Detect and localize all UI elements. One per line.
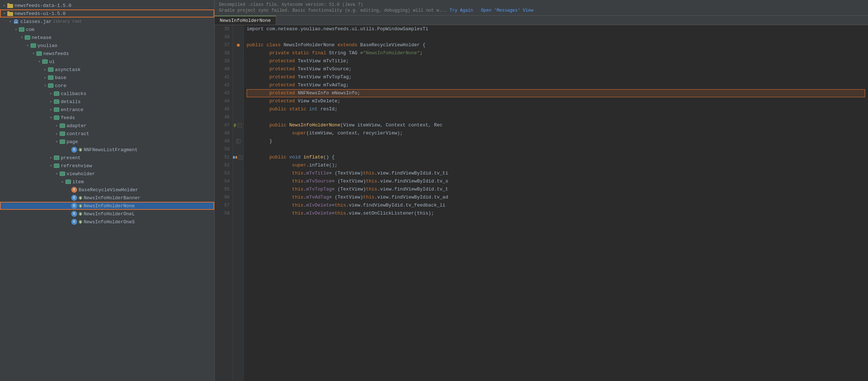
line-numbers: 35 36 37 38 39 40 41 42 43 44 45 46 47 4… — [215, 25, 233, 381]
tree-item-refreshview[interactable]: refreshview — [0, 162, 214, 170]
tree-item-classes-jar[interactable]: jar classes.jar library root — [0, 17, 214, 25]
gutter-41 — [233, 73, 243, 81]
tree-label-newsfeeds: newsfeeds — [43, 51, 69, 56]
tree-label-callbacks: callbacks — [61, 91, 86, 97]
gutter-38 — [233, 49, 243, 57]
arrow-core — [42, 83, 48, 88]
tree-item-com[interactable]: com — [0, 25, 214, 34]
tree-item-adapter[interactable]: adapter — [0, 122, 214, 130]
pkg-icon-ui — [42, 59, 48, 64]
gutter-39 — [233, 57, 243, 65]
editor-content[interactable]: 35 36 37 38 39 40 41 42 43 44 45 46 47 4… — [215, 25, 868, 381]
gutter-43 — [233, 89, 243, 97]
tree-item-NewsInfoHolderOneL[interactable]: C g NewsInfoHolderOneL — [0, 210, 214, 218]
ln-46: 46 — [218, 113, 230, 121]
tree-item-present[interactable]: present — [0, 154, 214, 162]
tree-item-base[interactable]: base — [0, 74, 214, 82]
ln-43: 43 — [218, 89, 230, 97]
tree-item-core[interactable]: core — [0, 82, 214, 90]
tree-item-entrance[interactable]: entrance — [0, 106, 214, 114]
tree-item-contract[interactable]: contract — [0, 130, 214, 138]
pkg-icon-core — [48, 83, 53, 88]
tree-item-viewholder[interactable]: viewholder — [0, 170, 214, 178]
tree-item-netease[interactable]: netease — [0, 34, 214, 42]
tree-item-feeds[interactable]: feeds — [0, 114, 214, 122]
code-lines: import com.netease.youliao.newsfeeds.ui.… — [244, 25, 868, 381]
tree-item-BaseRecycleViewHolder[interactable]: C BaseRecycleViewHolder — [0, 186, 214, 194]
code-line-55: this.mTvTopTag = (TextView)this.view.fin… — [247, 185, 865, 193]
tree-item-newsfeeds-data[interactable]: newsfeeds-data-1.5.0 — [0, 1, 214, 9]
ln-44: 44 — [218, 97, 230, 105]
editor-tab-NewsInfoHolderNone[interactable]: NewsInfoHolderNone — [215, 16, 276, 25]
code-line-49: } — [247, 137, 865, 145]
code-line-44: protected View mIvDelete; — [247, 97, 865, 105]
tree-label-feeds: feeds — [61, 115, 75, 121]
editor-panel: Decompiled .class file, bytecode version… — [215, 0, 868, 381]
svg-rect-2 — [7, 3, 9, 4]
gutter-48 — [233, 129, 243, 137]
code-line-58: this.mIvDelete = this.view.setOnClickLis… — [247, 209, 865, 217]
ln-40: 40 — [218, 65, 230, 73]
tree-item-newsfeeds-ui[interactable]: newsfeeds-ui-1.5.0 — [0, 9, 214, 17]
code-area: 35 36 37 38 39 40 41 42 43 44 45 46 47 4… — [215, 25, 868, 381]
svg-rect-4 — [7, 11, 9, 12]
file-icon-NewsInfoHolderOneL: C g — [71, 211, 82, 217]
open-messages-link[interactable]: Open 'Messages' View — [481, 8, 533, 13]
tree-item-newsfeeds[interactable]: newsfeeds — [0, 50, 214, 58]
tree-label-contract: contract — [67, 131, 89, 137]
tree-label-details: details — [61, 99, 81, 105]
ln-48: 48 — [218, 129, 230, 137]
pkg-icon-refreshview — [54, 164, 59, 168]
tree-item-NewsInfoHolderOneS[interactable]: C g NewsInfoHolderOneS — [0, 218, 214, 226]
tree-item-youliao[interactable]: youliao — [0, 42, 214, 50]
tree-item-item[interactable]: item — [0, 178, 214, 186]
tree-item-page[interactable]: page — [0, 138, 214, 146]
code-line-47: public NewsInfoHolderNone(View itemView,… — [247, 121, 865, 129]
try-again-link[interactable]: Try Again — [450, 8, 473, 13]
tree-item-asynctask[interactable]: asynctask — [0, 66, 214, 74]
pkg-icon-feeds — [54, 115, 59, 120]
arrow-newsfeeds-data — [1, 3, 7, 8]
tree-label-base: base — [55, 75, 66, 80]
code-line-36 — [247, 33, 865, 41]
gutter-46 — [233, 113, 243, 121]
gutter-56 — [233, 193, 243, 201]
tree-item-NNFNewsListFragment[interactable]: C g NNFNewsListFragment — [0, 146, 214, 154]
tree-label-present: present — [61, 155, 81, 161]
code-line-56: this.mTvAdTag = (TextView)this.view.find… — [247, 193, 865, 201]
arrow-contract — [54, 131, 60, 136]
fold-close-49[interactable]: } — [236, 139, 240, 144]
tree-label-NewsInfoHolderOneL: NewsInfoHolderOneL — [84, 211, 135, 217]
pkg-icon-details — [54, 99, 59, 104]
ln-35: 35 — [218, 25, 230, 33]
tree-item-NewsInfoHolderBanner[interactable]: C g NewsInfoHolderBanner — [0, 194, 214, 202]
gutter-42 — [233, 81, 243, 89]
tree-item-ui[interactable]: ui — [0, 58, 214, 66]
fold-icon-47[interactable]: − — [238, 123, 242, 127]
gutter-51[interactable]: − — [233, 153, 243, 161]
gutter-37[interactable] — [233, 41, 243, 49]
code-line-43: protected NNFNewsInfo mNewsInfo; — [247, 89, 865, 97]
arrow-newsfeeds-ui — [1, 11, 7, 16]
arrow-present — [48, 156, 54, 160]
pkg-icon-netease — [25, 35, 30, 40]
pkg-icon-callbacks — [54, 91, 59, 96]
arrow-base — [42, 75, 48, 80]
tree-item-callbacks[interactable]: callbacks — [0, 90, 214, 98]
pkg-icon-present — [54, 156, 59, 160]
tree-label-ui: ui — [49, 59, 55, 64]
ln-36: 36 — [218, 33, 230, 41]
ln-56: 56 — [218, 193, 230, 201]
tree-item-details[interactable]: details — [0, 98, 214, 106]
pkg-icon-item — [65, 180, 71, 184]
fold-icon-51[interactable]: − — [238, 155, 243, 160]
ln-45: 45 — [218, 105, 230, 113]
arrow-entrance — [48, 107, 54, 112]
tree-label-NewsInfoHolderOneS: NewsInfoHolderOneS — [84, 219, 135, 225]
tree-item-NewsInfoHolderNone[interactable]: C g NewsInfoHolderNone — [0, 202, 214, 210]
tree-label-classes-jar: classes.jar — [20, 19, 52, 24]
gutter-47[interactable]: @ − — [233, 121, 243, 129]
arrow-adapter — [54, 123, 60, 128]
arrow-item — [60, 180, 65, 184]
ln-37: 37 — [218, 41, 230, 49]
